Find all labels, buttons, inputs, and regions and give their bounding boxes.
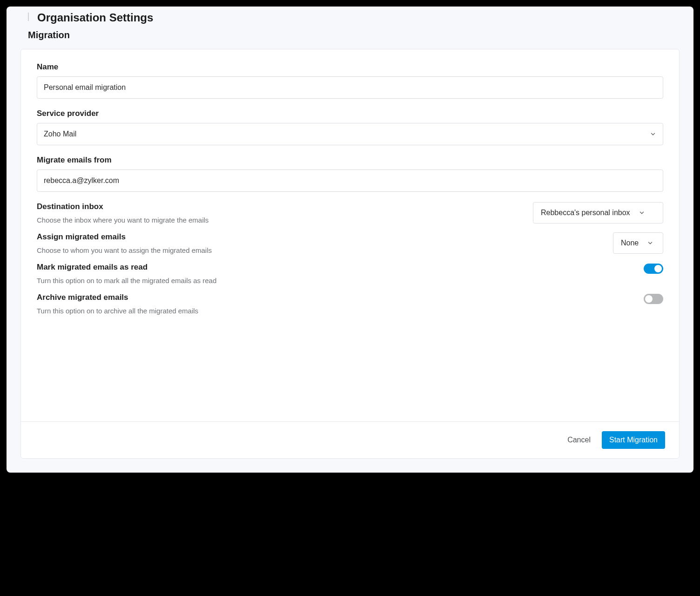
field-mark-read: Mark migrated emails as read Turn this o…: [37, 263, 663, 284]
toggle-knob: [645, 295, 653, 303]
page-title-text: Organisation Settings: [37, 11, 153, 24]
form-footer: Cancel Start Migration: [21, 421, 679, 458]
migrate-from-label: Migrate emails from: [37, 156, 663, 165]
field-archive: Archive migrated emails Turn this option…: [37, 293, 663, 315]
settings-page: Organisation Settings Migration Name Ser…: [7, 7, 693, 473]
migration-form-card: Name Service provider Zoho Mail Migrate …: [20, 49, 680, 459]
page-header: Organisation Settings Migration: [20, 7, 680, 49]
service-provider-select[interactable]: Zoho Mail: [37, 123, 663, 145]
field-destination-inbox: Destination inbox Choose the inbox where…: [37, 202, 663, 224]
assign-emails-label: Assign migrated emails: [37, 232, 604, 242]
name-label: Name: [37, 62, 663, 72]
archive-label: Archive migrated emails: [37, 293, 634, 302]
cancel-button[interactable]: Cancel: [567, 436, 591, 444]
assign-emails-help: Choose to whom you want to assign the mi…: [37, 246, 604, 254]
migrate-from-input[interactable]: [37, 169, 663, 192]
archive-toggle[interactable]: [644, 294, 663, 304]
page-subtitle: Migration: [28, 30, 672, 41]
assign-emails-value: None: [621, 239, 639, 247]
toggle-knob: [654, 265, 662, 272]
mark-read-label: Mark migrated emails as read: [37, 263, 634, 272]
destination-inbox-label: Destination inbox: [37, 202, 524, 211]
title-divider-bar: [28, 13, 29, 21]
destination-inbox-select[interactable]: Rebbecca's personal inbox: [533, 202, 663, 224]
field-name: Name: [37, 62, 663, 99]
destination-inbox-help: Choose the inbox where you want to migra…: [37, 216, 524, 224]
chevron-down-icon: [647, 240, 653, 246]
field-assign-emails: Assign migrated emails Choose to whom yo…: [37, 232, 663, 254]
start-migration-button[interactable]: Start Migration: [602, 431, 665, 449]
chevron-down-icon: [650, 131, 656, 137]
field-migrate-from: Migrate emails from: [37, 156, 663, 192]
destination-inbox-value: Rebbecca's personal inbox: [541, 209, 630, 217]
mark-read-help: Turn this option on to mark all the migr…: [37, 277, 634, 284]
service-provider-value: Zoho Mail: [44, 130, 76, 138]
service-provider-label: Service provider: [37, 109, 663, 118]
chevron-down-icon: [639, 210, 645, 216]
name-input[interactable]: [37, 76, 663, 99]
page-title: Organisation Settings: [28, 11, 672, 24]
assign-emails-select[interactable]: None: [613, 232, 663, 254]
field-service-provider: Service provider Zoho Mail: [37, 109, 663, 145]
archive-help: Turn this option on to archive all the m…: [37, 307, 634, 315]
form-body: Name Service provider Zoho Mail Migrate …: [21, 49, 679, 421]
mark-read-toggle[interactable]: [644, 264, 663, 274]
